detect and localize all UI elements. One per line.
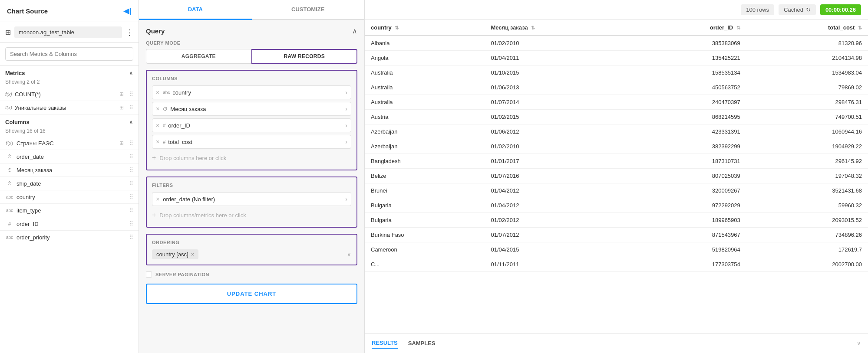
columns-box-label: COLUMNS	[152, 76, 351, 81]
rows-badge: 100 rows	[741, 4, 774, 15]
metrics-count: Showing 2 of 2	[0, 78, 139, 88]
cell-country: Azerbaijan	[365, 139, 485, 154]
cell-order-id: 972292029	[634, 198, 746, 213]
tab-customize[interactable]: CUSTOMIZE	[252, 0, 365, 20]
table-row: Azerbaijan 01/02/2010 382392299 1904929.…	[365, 139, 868, 154]
cell-order-id: 382392299	[634, 139, 746, 154]
col-row-country-type-icon: abc	[163, 90, 170, 95]
col-drag7-handle[interactable]: ⠿	[129, 220, 133, 227]
cell-order-id: 385383069	[634, 36, 746, 51]
col-ship-date-label: ship_date	[17, 180, 125, 187]
col-item-order-id: # order_ID ⠿	[0, 217, 139, 231]
cached-refresh-icon[interactable]: ↻	[806, 7, 811, 13]
footer-expand-icon[interactable]: ∨	[857, 340, 861, 346]
col-item-item-type: abc item_type ⠿	[0, 204, 139, 217]
mode-aggregate-button[interactable]: AGGREGATE	[146, 49, 251, 64]
col-header-order-id[interactable]: order_ID ⇅	[634, 20, 746, 36]
cell-month: 01/01/2017	[485, 154, 634, 169]
cell-month: 01/07/2016	[485, 169, 634, 183]
sidebar-header: Chart Source ◀|	[0, 0, 139, 22]
col-header-месяц[interactable]: Месяц заказа ⇅	[485, 20, 634, 36]
col-item-country: abc country ⠿	[0, 190, 139, 204]
col-drag-handle[interactable]: ⠿	[129, 140, 133, 147]
col-row-order-id-close-icon[interactable]: ×	[156, 122, 159, 129]
col-row-country-chevron-icon[interactable]: ›	[345, 89, 347, 96]
col-row-total-cost-chevron-icon[interactable]: ›	[345, 138, 347, 145]
cell-total-cost: 298476.31	[746, 95, 868, 110]
col-drag2-handle[interactable]: ⠿	[129, 153, 133, 160]
columns-chevron-icon[interactable]: ∧	[129, 119, 133, 125]
tab-data[interactable]: DATA	[139, 0, 252, 20]
col-row-order-id: × # order_ID ›	[152, 118, 351, 132]
query-collapse-icon[interactable]: ∧	[352, 27, 357, 35]
cell-country: Australia	[365, 95, 485, 110]
col-header-country[interactable]: country ⇅	[365, 20, 485, 36]
filter-order-date-close-icon[interactable]: ×	[156, 196, 159, 203]
cell-country: Australia	[365, 65, 485, 80]
tabs-bar: DATA CUSTOMIZE	[139, 0, 364, 20]
col-item-order-date: ⏱ order_date ⠿	[0, 150, 139, 163]
col-row-месяц-close-icon[interactable]: ×	[156, 105, 159, 112]
middle-panel: DATA CUSTOMIZE Query ∧ QUERY MODE AGGREG…	[139, 0, 365, 353]
metrics-section-header: Metrics ∧	[0, 65, 139, 78]
search-input[interactable]	[5, 47, 133, 61]
columns-box: COLUMNS × abc country › × ⏱ Месяц заказа…	[146, 70, 357, 170]
cell-total-cost: 197048.32	[746, 169, 868, 183]
footer-tab-results[interactable]: RESULTS	[372, 338, 398, 349]
update-chart-button[interactable]: UPDATE CHART	[146, 284, 357, 304]
cell-month: 01/06/2012	[485, 124, 634, 139]
col-drag6-handle[interactable]: ⠿	[129, 207, 133, 214]
ordering-box: ORDERING country [asc] × ∨	[146, 234, 357, 265]
col-header-total-cost[interactable]: total_cost ⇅	[746, 20, 868, 36]
datasource-name[interactable]: moncon.ag_test_table	[14, 26, 122, 38]
col-item-ship-date: ⏱ ship_date ⠿	[0, 177, 139, 190]
cell-total-cost: 79869.02	[746, 80, 868, 95]
col-row-country-close-icon[interactable]: ×	[156, 89, 159, 96]
cell-country: Angola	[365, 51, 485, 65]
filters-box: FILTERS × order_date (No filter) › + Dro…	[146, 176, 357, 228]
cell-country: Burkina Faso	[365, 228, 485, 242]
col-row-месяц-chevron-icon[interactable]: ›	[345, 105, 347, 112]
server-pagination-checkbox[interactable]	[146, 271, 152, 278]
cell-country: Bangladesh	[365, 154, 485, 169]
col-row-order-id-chevron-icon[interactable]: ›	[345, 122, 347, 129]
footer-tab-samples[interactable]: SAMPLES	[408, 338, 436, 348]
col-drag3-handle[interactable]: ⠿	[129, 167, 133, 173]
collapse-left-icon[interactable]: ◀|	[123, 6, 132, 16]
cell-total-cost: 2093015.52	[746, 213, 868, 228]
cell-order-id: 135425221	[634, 51, 746, 65]
cell-month: 01/07/2012	[485, 228, 634, 242]
col-drag8-handle[interactable]: ⠿	[129, 234, 133, 241]
cell-country: Brunei	[365, 183, 485, 198]
metric-drag-handle[interactable]: ⠿	[129, 91, 133, 98]
col-row-total-cost-type-icon: #	[163, 139, 165, 144]
col-row-total-cost-close-icon[interactable]: ×	[156, 138, 159, 145]
table-row: Angola 01/04/2011 135425221 2104134.98	[365, 51, 868, 65]
filters-drop-hint-text: Drop columns/metrics here or click	[159, 212, 246, 219]
filter-order-date-label: order_date (No filter)	[163, 196, 345, 203]
metrics-chevron-icon[interactable]: ∧	[129, 70, 133, 76]
ordering-dropdown-icon[interactable]: ∨	[347, 251, 351, 258]
col-row-order-id-type-icon: #	[163, 123, 165, 128]
metric-drag2-handle[interactable]: ⠿	[129, 104, 133, 111]
col-item-order-priority: abc order_priority ⠿	[0, 231, 139, 244]
cell-month: 01/02/2010	[485, 139, 634, 154]
table-row: Belize 01/07/2016 807025039 197048.32	[365, 169, 868, 183]
cell-country: Belize	[365, 169, 485, 183]
datasource-more-icon[interactable]: ⋮	[125, 28, 133, 37]
col-drag4-handle[interactable]: ⠿	[129, 180, 133, 187]
mode-raw-records-button[interactable]: RAW RECORDS	[251, 49, 358, 64]
filter-order-date-chevron-icon[interactable]: ›	[345, 196, 347, 203]
cell-total-cost: 749700.51	[746, 110, 868, 124]
cell-month: 01/06/2013	[485, 80, 634, 95]
col-row-total-cost-label: total_cost	[168, 139, 345, 145]
col-row-total-cost: × # total_cost ›	[152, 135, 351, 149]
table-toolbar: 100 rows Cached ↻ 00:00:00.26	[365, 0, 868, 20]
col-drag5-handle[interactable]: ⠿	[129, 193, 133, 200]
sort-order-id-icon: ⇅	[736, 25, 740, 30]
sidebar-title: Chart Source	[7, 7, 48, 15]
right-panel: 100 rows Cached ↻ 00:00:00.26 country ⇅ …	[365, 0, 868, 353]
ordering-tag-close-icon[interactable]: ×	[191, 251, 195, 258]
table-row: Albania 01/02/2010 385383069 81320.96	[365, 36, 868, 51]
col-item-type-label: item_type	[17, 207, 125, 214]
